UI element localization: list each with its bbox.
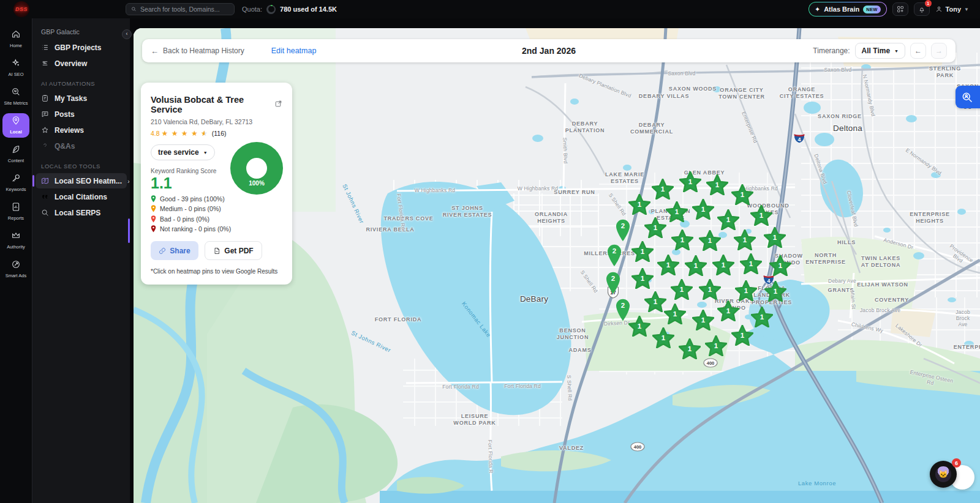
sidebar-item-label: Local Citations [55,193,107,201]
highway-shield-4: 4 [794,132,805,146]
heatmap-pin-rank-1[interactable]: 1 [644,291,666,312]
reports-icon [11,202,21,214]
map-business-search-button[interactable] [956,86,980,108]
heatmap-pin-rank-1[interactable]: 1 [731,325,753,346]
heatmap-pin-rank-1[interactable]: 1 [717,300,739,321]
heatmap-pin-rank-1[interactable]: 1 [712,255,734,275]
heatmap-pin-rank-1[interactable]: 1 [699,230,721,251]
sidebar-item-overview[interactable]: Overview [36,56,127,71]
heatmap-pin-rank-1[interactable]: 1 [692,310,714,330]
back-arrow-icon: ← [151,47,159,56]
rail-item-home[interactable]: Home [2,27,29,51]
map-pin-icon [151,215,156,223]
heatmap-pin-rank-1[interactable]: 1 [631,241,654,262]
heatmap-pin-rank-1[interactable]: 1 [764,227,786,248]
heatmap-pin-rank-2[interactable]: 2 [606,244,623,267]
heatmap-pin-rank-1[interactable]: 1 [652,327,674,348]
user-icon [935,6,943,13]
sidebar-item-label: Local SERPS [55,209,100,217]
sidebar-item-my-tasks[interactable]: My Tasks [36,91,127,106]
cat-avatar-icon: 🐱 [935,466,951,482]
rail-item-reports[interactable]: Reports [2,199,29,224]
heatmap-pin-rank-1[interactable]: 1 [671,229,693,250]
heatmap-pin-rank-1[interactable]: 1 [705,335,727,356]
rail-item-content[interactable]: Content [2,142,29,166]
map-toolbar: ← Back to Heatmap History Edit heatmap 2… [142,39,956,62]
heatmap-pin-rank-1[interactable]: 1 [628,194,650,215]
heatmap-pin-rank-1[interactable]: 1 [679,171,701,192]
back-to-heatmap-history[interactable]: ← Back to Heatmap History [151,47,244,56]
heatmap-pin-rank-1[interactable]: 1 [764,281,786,302]
heatmap-pin-rank-1[interactable]: 1 [706,174,728,195]
dss-logo[interactable]: DSS [13,1,29,17]
heatmap-map[interactable]: STERLING PARKSAXON RIDGEDeltonaDEBARY VI… [134,28,980,503]
sidebar-item-local-seo-heatm[interactable]: Local SEO Heatm...› [36,173,127,188]
next-date-button[interactable]: → [931,43,947,59]
heatmap-pin-rank-1[interactable]: 1 [666,201,688,222]
heatmap-pin-rank-2[interactable]: 2 [605,271,622,294]
heatmap-pin-rank-1[interactable]: 1 [679,338,701,359]
rail-item-label: Authority [7,245,25,250]
notifications-button[interactable]: 1 [914,2,930,16]
get-pdf-button[interactable]: Get PDF [205,241,262,260]
sparkle-icon: ✦ [815,6,820,13]
heatmap-pin-rank-1[interactable]: 1 [769,255,791,276]
rail-item-ai-seo[interactable]: AI SEO [2,56,29,80]
heatmap-pin-rank-1[interactable]: 1 [657,255,679,275]
heatmap-pin-rank-1[interactable]: 1 [628,316,650,337]
heatmap-pin-rank-1[interactable]: 1 [671,279,693,300]
sidebar-scrollbar[interactable] [128,218,130,243]
sidebar-item-label: Local SEO Heatm... [55,177,122,185]
timerange-select[interactable]: All Time ▼ [855,43,905,59]
heatmap-pin-rank-1[interactable]: 1 [699,279,721,300]
sidebar-item-reviews[interactable]: Reviews [36,122,127,138]
rail-item-authority[interactable]: Authority [2,228,29,253]
sidebar-item-gbp-projects[interactable]: GBP Projects [36,40,127,55]
search-input[interactable] [140,6,229,13]
global-search[interactable] [126,3,235,15]
prev-date-button[interactable]: ← [910,43,926,59]
heatmap-pin-rank-2[interactable]: 2 [614,218,631,242]
home-icon [11,29,21,42]
atlas-brain-button[interactable]: ✦ Atlas Brain NEW [809,2,887,17]
share-button[interactable]: Share [151,241,198,260]
heatmap-pin-rank-1[interactable]: 1 [652,179,674,199]
sidebar-item-posts[interactable]: Posts [36,106,127,122]
keyword-select[interactable]: tree service ▼ [151,144,215,160]
edit-heatmap-link[interactable]: Edit heatmap [271,47,317,55]
sidebar-item-local-serps[interactable]: Local SERPS [36,205,127,220]
heatmap-pin-rank-1[interactable]: 1 [631,268,654,289]
heatmap-pin-rank-1[interactable]: 1 [734,229,756,250]
rail-item-local[interactable]: Local [2,113,29,138]
user-name: Tony [946,6,961,13]
business-rating: 4.8 ★ ★ ★ ★ ★★ (116) [151,129,282,138]
sidebar-item-local-citations[interactable]: Local Citations [36,189,127,204]
user-menu[interactable]: Tony ▼ [935,6,969,13]
rail-item-keywords[interactable]: Keywords [2,171,29,195]
external-link-icon[interactable] [274,99,282,110]
rail-item-label: Site Metrics [4,101,28,106]
app-root: DSS Quota: 780 used of 14.5K ✦ Atlas Bra… [0,0,980,503]
heatmap-pin-rank-1[interactable]: 1 [750,205,772,226]
sidebar-collapse-button[interactable]: ‹ [122,29,132,39]
rail-item-smart-ads[interactable]: Smart Ads [2,257,29,281]
heatmap-pin-rank-1[interactable]: 1 [664,304,686,324]
heatmap-pin-rank-1[interactable]: 1 [685,255,707,276]
chat-unread-badge: 6 [952,458,961,468]
heatmap-pin-rank-1[interactable]: 1 [751,307,773,327]
rail-item-site-metrics[interactable]: Site Metrics [2,84,29,109]
heatmap-pin-rank-1[interactable]: 1 [644,217,666,238]
highway-shield-400: 400 [703,358,718,370]
heatmap-pin-rank-1[interactable]: 1 [735,280,757,301]
business-address: 210 Valencia Rd, DeBary, FL 32713 [151,118,282,125]
sidebar-item-label: Q&As [55,142,75,151]
heatmap-pin-rank-1[interactable]: 1 [731,184,753,205]
heatmap-pin-rank-1[interactable]: 1 [717,209,739,230]
heatmap-pin-rank-1[interactable]: 1 [740,253,762,274]
sidebar: GBP Galactic GBP ProjectsOverviewAI AUTO… [32,18,130,503]
share-label: Share [170,247,190,255]
donut-percentage: 100% [230,180,283,187]
heatmap-pin-rank-1[interactable]: 1 [692,199,714,220]
apps-grid-button[interactable] [892,2,908,16]
sidebar-item-q-as[interactable]: Q&As [36,138,127,154]
